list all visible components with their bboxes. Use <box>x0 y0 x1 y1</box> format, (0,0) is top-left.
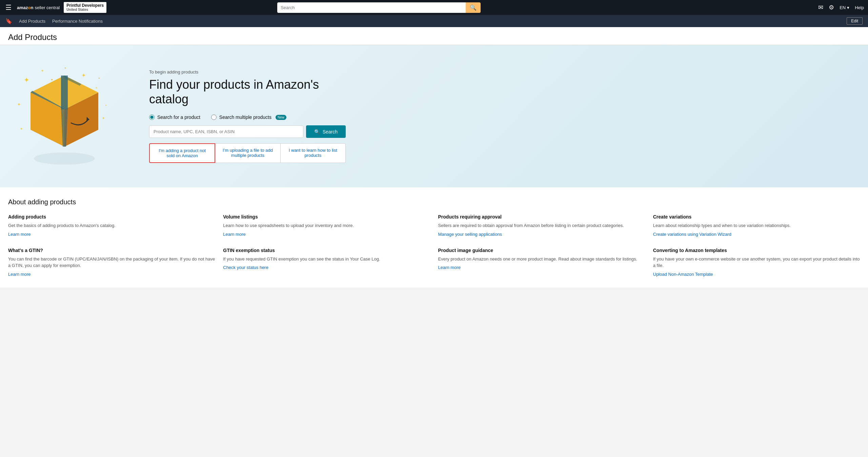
about-card-volume-listings: Volume listings Learn how to use spreads… <box>223 214 430 237</box>
svg-text:●: ● <box>51 78 53 81</box>
product-search-input[interactable] <box>149 125 303 138</box>
about-card-gtin-desc: You can find the barcode or GTIN (UPC/EA… <box>8 256 215 269</box>
about-card-products-approval-link[interactable]: Manage your selling applications <box>438 232 502 237</box>
bookmark-icon: 🔖 <box>5 18 12 24</box>
radio-search-single-input[interactable] <box>149 115 155 120</box>
secondary-nav-performance-notifications[interactable]: Performance Notifications <box>49 17 105 25</box>
seller-central-label: seller central <box>35 5 60 10</box>
radio-search-single-label: Search for a product <box>157 115 200 120</box>
quick-link-learn-how[interactable]: I want to learn how to list products <box>281 143 346 163</box>
about-card-create-variations-title: Create variations <box>653 214 860 220</box>
quick-link-upload-file[interactable]: I'm uploading a file to add multiple pro… <box>215 143 280 163</box>
hero-section: ✦ ✦ ✦ ✦ ✦ ● ● ● ● ● ✦ ● <box>0 45 868 187</box>
hero-title: Find your products in Amazon's catalog <box>149 77 346 106</box>
svg-text:✦: ✦ <box>41 68 44 73</box>
svg-text:✦: ✦ <box>81 72 86 78</box>
about-card-gtin: What's a GTIN? You can find the barcode … <box>8 248 215 277</box>
about-card-gtin-exemption: GTIN exemption status If you have reques… <box>223 248 430 277</box>
svg-marker-16 <box>61 76 68 109</box>
about-card-create-variations-link[interactable]: Create variations using Variation Wizard <box>653 232 731 237</box>
about-card-gtin-title: What's a GTIN? <box>8 248 215 253</box>
main-content: ✦ ✦ ✦ ✦ ✦ ● ● ● ● ● ✦ ● <box>0 45 868 288</box>
radio-search-single[interactable]: Search for a product <box>149 115 200 120</box>
search-button-icon: 🔍 <box>314 129 320 134</box>
about-card-products-approval-title: Products requiring approval <box>438 214 645 220</box>
quick-link-not-on-amazon[interactable]: I'm adding a product not sold on Amazon <box>149 143 215 163</box>
quick-links-row: I'm adding a product not sold on Amazon … <box>149 143 346 163</box>
about-card-gtin-exemption-title: GTIN exemption status <box>223 248 430 253</box>
svg-point-12 <box>34 152 95 165</box>
about-card-volume-listings-title: Volume listings <box>223 214 430 220</box>
radio-search-multiple[interactable]: Search multiple products New <box>211 115 286 120</box>
svg-text:●: ● <box>105 104 107 107</box>
about-card-volume-listings-desc: Learn how to use spreadsheets to upload … <box>223 222 430 229</box>
about-card-create-variations: Create variations Learn about relationsh… <box>653 214 860 237</box>
about-card-gtin-exemption-desc: If you have requested GTIN exemption you… <box>223 256 430 263</box>
svg-text:✦: ✦ <box>17 102 21 107</box>
svg-text:✦: ✦ <box>95 86 98 90</box>
hero-subtitle: To begin adding products <box>149 69 346 75</box>
about-card-image-guidance-desc: Every product on Amazon needs one or mor… <box>438 256 645 263</box>
page-header: Add Products <box>0 27 868 45</box>
about-card-image-guidance-link[interactable]: Learn more <box>438 265 461 270</box>
hamburger-icon: ☰ <box>5 4 12 11</box>
language-arrow-icon: ▾ <box>847 5 849 10</box>
about-card-adding-products-desc: Get the basics of adding products to Ama… <box>8 222 215 229</box>
nav-right-area: ✉ ⚙ EN ▾ Help <box>818 4 864 11</box>
logo-area: amazon seller central <box>17 5 60 10</box>
hamburger-menu-button[interactable]: ☰ <box>4 2 13 13</box>
about-card-converting-templates-link[interactable]: Upload Non-Amazon Template <box>653 272 713 277</box>
amazon-box-illustration: ✦ ✦ ✦ ✦ ✦ ● ● ● ● ● ✦ ● <box>14 62 115 170</box>
product-search-row: 🔍 Search <box>149 125 346 138</box>
about-card-gtin-exemption-link[interactable]: Check your status here <box>223 265 268 270</box>
radio-search-multiple-label: Search multiple products <box>219 115 271 120</box>
svg-text:●: ● <box>64 66 66 69</box>
svg-text:✦: ✦ <box>102 116 105 121</box>
radio-search-multiple-input[interactable] <box>211 115 217 120</box>
svg-text:✦: ✦ <box>24 76 29 84</box>
about-card-gtin-link[interactable]: Learn more <box>8 272 31 277</box>
settings-icon[interactable]: ⚙ <box>829 4 834 11</box>
about-card-image-guidance-title: Product image guidance <box>438 248 645 253</box>
store-country: United States <box>66 8 104 12</box>
language-selector[interactable]: EN ▾ <box>840 5 849 10</box>
about-card-adding-products-title: Adding products <box>8 214 215 220</box>
secondary-nav-add-products[interactable]: Add Products <box>16 17 48 25</box>
top-navigation: ☰ amazon seller central Printful Develop… <box>0 0 868 15</box>
search-type-radio-group: Search for a product Search multiple pro… <box>149 115 346 120</box>
about-card-image-guidance: Product image guidance Every product on … <box>438 248 645 277</box>
language-label: EN <box>840 5 846 10</box>
about-card-products-approval-desc: Sellers are required to obtain approval … <box>438 222 645 229</box>
about-card-converting-templates: Converting to Amazon templates If you ha… <box>653 248 860 277</box>
about-card-converting-templates-title: Converting to Amazon templates <box>653 248 860 253</box>
page-title: Add Products <box>8 33 860 42</box>
mail-icon[interactable]: ✉ <box>818 4 823 11</box>
global-search-button[interactable]: 🔍 <box>466 2 481 13</box>
global-search-bar: 🔍 <box>277 2 481 13</box>
svg-text:●: ● <box>98 77 100 80</box>
about-cards-grid: Adding products Get the basics of adding… <box>8 214 860 277</box>
edit-button[interactable]: Edit <box>847 17 863 25</box>
new-badge: New <box>276 115 286 120</box>
about-section: About adding products Adding products Ge… <box>0 187 868 288</box>
about-card-products-approval: Products requiring approval Sellers are … <box>438 214 645 237</box>
hero-form: To begin adding products Find your produ… <box>129 69 366 163</box>
about-card-converting-templates-desc: If you have your own e-commerce website … <box>653 256 860 269</box>
svg-text:●: ● <box>20 127 22 130</box>
about-card-adding-products-link[interactable]: Learn more <box>8 232 31 237</box>
about-section-title: About adding products <box>8 198 860 206</box>
store-badge[interactable]: Printful Developers United States <box>64 2 106 13</box>
global-search-input[interactable] <box>277 2 466 13</box>
amazon-logo: amazon <box>17 5 33 10</box>
hero-illustration: ✦ ✦ ✦ ✦ ✦ ● ● ● ● ● ✦ ● <box>0 62 129 170</box>
about-card-volume-listings-link[interactable]: Learn more <box>223 232 245 237</box>
secondary-navigation: 🔖 Add Products Performance Notifications… <box>0 15 868 27</box>
store-name: Printful Developers <box>66 3 104 8</box>
about-card-create-variations-desc: Learn about relationship types and when … <box>653 222 860 229</box>
about-card-adding-products: Adding products Get the basics of adding… <box>8 214 215 237</box>
product-search-button[interactable]: 🔍 Search <box>306 125 346 138</box>
search-button-label: Search <box>323 129 338 134</box>
help-link[interactable]: Help <box>855 5 864 10</box>
